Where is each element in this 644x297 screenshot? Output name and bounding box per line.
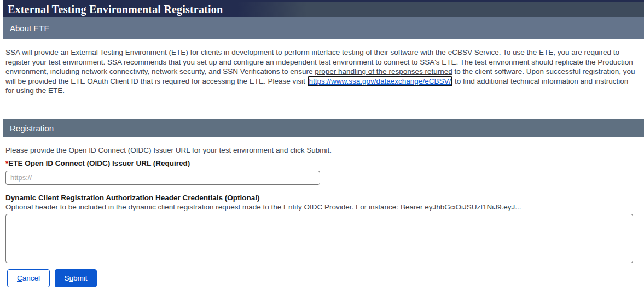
- button-row: Cancel Submit: [5, 269, 636, 287]
- section-header-registration: Registration: [3, 119, 644, 137]
- credentials-label: Dynamic Client Registration Authorizatio…: [5, 194, 636, 202]
- section-header-about-label: About ETE: [10, 24, 50, 33]
- submit-button[interactable]: Submit: [55, 269, 97, 287]
- credentials-textarea[interactable]: [5, 214, 633, 263]
- credentials-hint: Optional header to be included in the dy…: [5, 203, 636, 211]
- cancel-button-accesskey: C: [17, 274, 22, 282]
- submit-button-label-rest: bmit: [73, 274, 88, 282]
- submit-button-accesskey: u: [69, 274, 73, 282]
- cancel-button[interactable]: Cancel: [7, 269, 50, 287]
- page-header: External Testing Environmental Registrat…: [3, 0, 644, 17]
- registration-form: Please provide the Open ID Connect (OIDC…: [0, 146, 644, 287]
- about-section: SSA will provide an External Testing Env…: [0, 48, 644, 96]
- section-header-about-ete: About ETE: [3, 17, 644, 39]
- section-header-registration-label: Registration: [10, 124, 54, 133]
- issuer-url-input[interactable]: [5, 171, 320, 185]
- issuer-url-label: *ETE Open ID Connect (OIDC) Issuer URL (…: [5, 159, 636, 167]
- ecbsv-dataexchange-link[interactable]: https://www.ssa.gov/dataexchange/eCBSV/: [308, 76, 453, 86]
- registration-instruction: Please provide the Open ID Connect (OIDC…: [5, 146, 636, 154]
- about-underlined-phrase: proper handling of the responses returne…: [315, 67, 452, 75]
- page: External Testing Environmental Registrat…: [0, 0, 644, 287]
- issuer-url-label-text: ETE Open ID Connect (OIDC) Issuer URL (R…: [8, 159, 190, 167]
- page-title: External Testing Environmental Registrat…: [3, 3, 223, 16]
- cancel-button-label: ancel: [22, 274, 40, 282]
- about-paragraph: SSA will provide an External Testing Env…: [5, 48, 636, 96]
